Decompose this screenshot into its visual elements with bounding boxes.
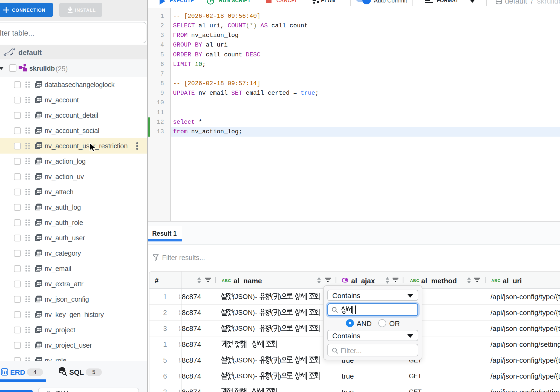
svg-text:-: - bbox=[248, 341, 250, 348]
svg-text:): ) bbox=[279, 372, 281, 380]
svg-text:(JSON): (JSON) bbox=[233, 372, 255, 380]
svg-text:): ) bbox=[279, 293, 281, 300]
svg-text:-: - bbox=[255, 309, 257, 316]
svg-text:(: ( bbox=[271, 325, 273, 332]
svg-text:(: ( bbox=[271, 293, 273, 300]
svg-text:(JSON): (JSON) bbox=[233, 293, 255, 300]
svg-text:): ) bbox=[279, 325, 281, 332]
svg-text:-: - bbox=[255, 356, 257, 364]
svg-text:(JSON): (JSON) bbox=[233, 356, 255, 364]
svg-text:-: - bbox=[248, 388, 250, 392]
svg-text:): ) bbox=[279, 356, 281, 364]
svg-text:(JSON): (JSON) bbox=[233, 309, 255, 316]
svg-text:(: ( bbox=[271, 309, 273, 316]
svg-text:(: ( bbox=[271, 372, 273, 380]
svg-text:): ) bbox=[279, 309, 281, 316]
svg-text:-: - bbox=[255, 293, 257, 300]
svg-text:(: ( bbox=[271, 356, 273, 364]
svg-text:(JSON): (JSON) bbox=[233, 325, 255, 332]
svg-text:-: - bbox=[255, 325, 257, 332]
svg-text:-: - bbox=[255, 372, 257, 380]
